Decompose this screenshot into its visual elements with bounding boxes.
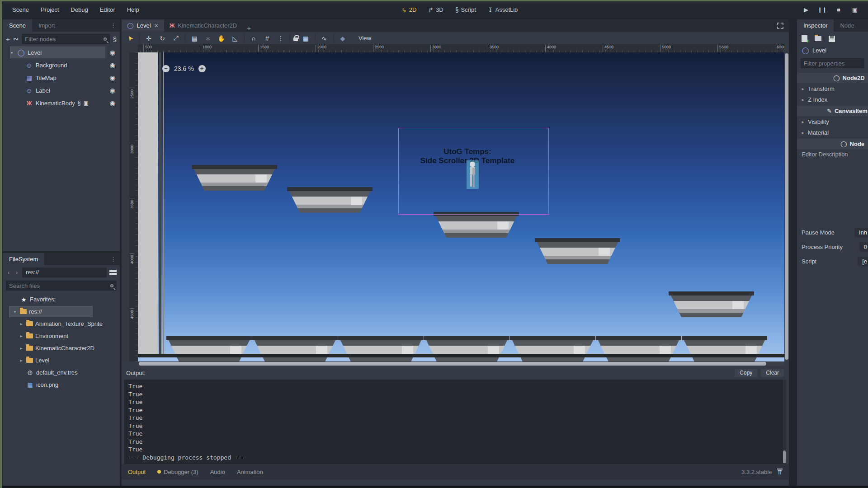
menu-debug[interactable]: Debug (65, 4, 94, 16)
save-resource-icon[interactable] (829, 36, 835, 42)
chevron-right-icon[interactable]: ▸ (801, 86, 805, 91)
menu-project[interactable]: Project (35, 4, 65, 16)
clear-button[interactable]: Clear (760, 368, 784, 377)
chevron-right-icon[interactable]: ▸ (801, 130, 805, 135)
tab-filesystem[interactable]: FileSystem (3, 253, 44, 265)
tree-chevron-icon[interactable]: ▸ (19, 333, 24, 338)
inspector-group-material[interactable]: ▸Material (797, 127, 868, 138)
scene-tree-row-level[interactable]: ▾◯Level◉ (3, 46, 120, 59)
scene-tree-row-label[interactable]: ☺Label◉ (3, 84, 120, 97)
expand-bottom-panel-icon[interactable]: ⇈ (777, 469, 783, 475)
clapper-icon[interactable]: ▣ (83, 100, 88, 106)
filter-properties-input[interactable]: Filter properties (801, 58, 864, 68)
attach-script-button[interactable]: § (113, 35, 117, 43)
icon-color-tool-icon[interactable]: ◆ (337, 35, 349, 42)
scene-tab-kinematiccharacter2d[interactable]: ЖKinematicCharacter2D (164, 19, 243, 32)
fs-row-kinematiccharacter2d[interactable]: ▸KinematicCharacter2D (3, 342, 120, 354)
play-scene-button[interactable]: ▣ (850, 6, 860, 13)
filter-nodes-input[interactable]: Filter nodes (22, 34, 109, 44)
inspector-category-node2d[interactable]: ◯Node2D (797, 73, 868, 83)
tree-chevron-icon[interactable]: ▾ (9, 50, 14, 55)
scene-dock-menu-icon[interactable]: ⋮ (110, 22, 116, 29)
log-scroll-thumb[interactable] (783, 450, 786, 463)
output-log-scrollbar[interactable] (783, 380, 786, 464)
group-toggle-icon[interactable]: ▦ (300, 35, 311, 42)
workspace-2d-button[interactable]: ↳2D (398, 4, 420, 16)
new-resource-icon[interactable] (802, 35, 807, 42)
chevron-right-icon[interactable]: ▸ (801, 119, 805, 124)
skeleton-options-icon[interactable]: ∿ (318, 35, 330, 42)
property-script[interactable]: Script[e (797, 254, 868, 268)
fs-row-favorites-[interactable]: ★Favorites: (3, 293, 120, 305)
load-resource-icon[interactable] (815, 36, 821, 41)
menu-help[interactable]: Help (121, 4, 145, 16)
inspector-group-visibility[interactable]: ▸Visibility (797, 116, 868, 127)
copy-button[interactable]: Copy (734, 368, 758, 377)
add-node-button[interactable]: + (6, 35, 10, 43)
zoom-percentage[interactable]: 23.6 % (174, 65, 194, 72)
smart-snap-toggle-icon[interactable]: ∩ (248, 35, 259, 42)
inspector-group-z-index[interactable]: ▸Z Index (797, 94, 868, 105)
fs-row-animation-texture-sprite[interactable]: ▸Animation_Texture_Sprite (3, 318, 120, 330)
chevron-right-icon[interactable]: ▸ (801, 97, 805, 102)
tab-inspector[interactable]: Inspector (797, 19, 834, 32)
snap-options-menu-icon[interactable]: ⋮ (275, 35, 287, 42)
bottom-tab-audio[interactable]: Audio (210, 469, 225, 475)
menu-editor[interactable]: Editor (94, 4, 121, 16)
distraction-free-icon[interactable] (777, 23, 783, 29)
property-process-priority[interactable]: Process Priority0 (797, 239, 868, 254)
pan-tool-icon[interactable]: ✋ (216, 35, 227, 42)
player-character-sprite[interactable] (467, 160, 479, 189)
script-badge-icon[interactable]: § (78, 100, 81, 106)
workspace-script-button[interactable]: §Script (452, 4, 480, 16)
bottom-tab-output[interactable]: Output (128, 469, 146, 475)
fs-row-res---[interactable]: ▾res:// (3, 305, 120, 318)
scene-tab-level[interactable]: ◯Level✕ (122, 19, 164, 32)
tab-import[interactable]: Import (32, 19, 61, 32)
property-value[interactable]: [e (858, 257, 868, 266)
inspector-category-node[interactable]: ◯Node (797, 139, 868, 149)
scale-tool-icon[interactable]: ⤢ (170, 34, 182, 42)
scene-tree-row-tilemap[interactable]: ▦TileMap◉ (3, 71, 120, 84)
history-back-button[interactable]: ‹ (6, 269, 11, 276)
workspace-3d-button[interactable]: ↱3D (425, 4, 447, 16)
fs-row-icon-png[interactable]: ▦icon.png (3, 379, 120, 391)
vscroll-thumb[interactable] (785, 53, 788, 360)
stop-button[interactable]: ■ (834, 6, 844, 13)
view-menu[interactable]: View (354, 35, 376, 42)
tab-node[interactable]: Node (834, 19, 860, 32)
tree-chevron-icon[interactable]: ▸ (19, 346, 24, 351)
vertical-scrollbar[interactable] (784, 52, 789, 361)
menu-scene[interactable]: Scene (6, 4, 35, 16)
zoom-in-button[interactable]: + (198, 65, 206, 72)
hscroll-thumb[interactable] (139, 362, 766, 366)
select-tool-icon[interactable]: ➤ (123, 31, 137, 46)
property-pause-mode[interactable]: Pause ModeInh (797, 225, 868, 239)
search-files-input[interactable]: Search files (6, 281, 117, 291)
scene-tree-row-kinematicbody[interactable]: ЖKinematicBody§▣◉ (3, 97, 120, 109)
tree-chevron-icon[interactable]: ▸ (19, 358, 24, 363)
zoom-out-button[interactable]: − (162, 65, 170, 72)
workspace-assetlib-button[interactable]: ↧AssetLib (484, 4, 522, 16)
pause-button[interactable]: ❙❙ (817, 7, 827, 13)
bottom-tab-debugger--3-[interactable]: Debugger (3) (157, 469, 198, 475)
inspector-category-canvasitem[interactable]: ✎CanvasItem (797, 106, 868, 116)
inspector-group-transform[interactable]: ▸Transform (797, 83, 868, 94)
fs-row-environment[interactable]: ▸Environment (3, 330, 120, 342)
lock-toggle-icon[interactable] (293, 38, 298, 41)
move-tool-icon[interactable]: ✛ (143, 35, 155, 42)
close-tab-icon[interactable]: ✕ (154, 23, 159, 29)
tree-chevron-icon[interactable]: ▸ (19, 321, 24, 326)
instance-scene-button[interactable]: ∾ (13, 35, 19, 43)
rotate-tool-icon[interactable]: ↻ (156, 35, 168, 42)
ruler-tool-icon[interactable]: ◺ (229, 35, 241, 42)
list-select-tool-icon[interactable]: ▤ (189, 35, 200, 42)
scene-tree-row-background[interactable]: ☺Background◉ (3, 59, 120, 71)
tab-scene[interactable]: Scene (3, 19, 32, 32)
visibility-eye-icon[interactable]: ◉ (110, 74, 115, 81)
fs-row-default-env-tres[interactable]: ⊕default_env.tres (3, 366, 120, 379)
horizontal-scrollbar[interactable] (138, 361, 784, 366)
output-log[interactable]: TrueTrueTrueTrueTrueTrueTrueTrueTrue--- … (124, 380, 783, 464)
visibility-eye-icon[interactable]: ◉ (110, 61, 115, 69)
pivot-tool-icon[interactable]: ∗ (202, 35, 214, 42)
